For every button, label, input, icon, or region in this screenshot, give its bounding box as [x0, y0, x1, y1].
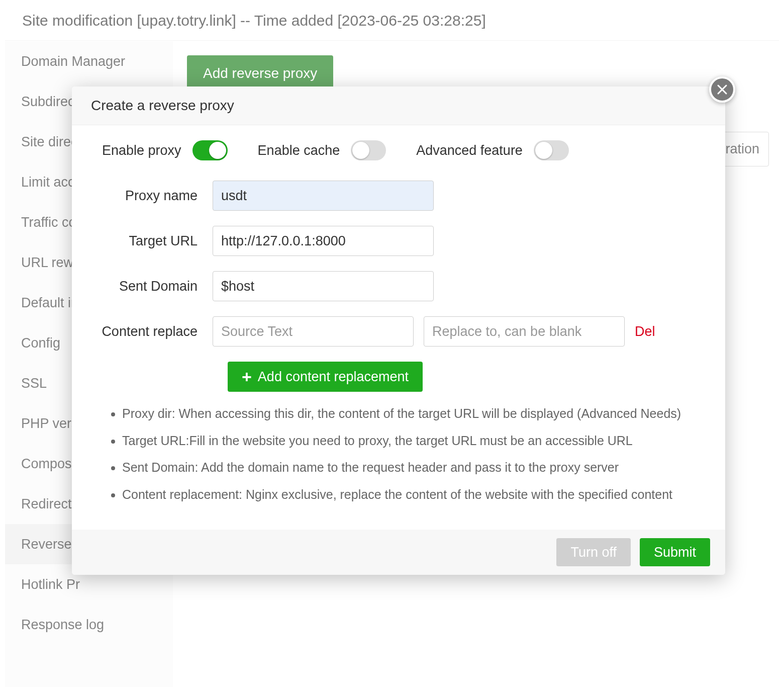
content-replace-target-input[interactable] — [424, 316, 625, 347]
sidebar-item[interactable]: Domain Manager — [5, 41, 173, 81]
page-title: Site modification [upay.totry.link] -- T… — [22, 12, 486, 29]
plus-icon: + — [242, 368, 252, 385]
content-replace-del-link[interactable]: Del — [635, 324, 655, 339]
enable-cache-toggle[interactable] — [351, 140, 386, 160]
enable-proxy-toggle[interactable] — [192, 140, 228, 160]
submit-button[interactable]: Submit — [640, 538, 710, 566]
advanced-feature-label: Advanced feature — [416, 143, 523, 158]
advanced-feature-toggle[interactable] — [534, 140, 569, 160]
enable-cache-label: Enable cache — [258, 143, 340, 158]
modal-footer: Turn off Submit — [72, 530, 725, 575]
help-note: Sent Domain: Add the domain name to the … — [122, 456, 700, 480]
create-reverse-proxy-modal: Create a reverse proxy Enable proxy Enab… — [72, 87, 725, 575]
sent-domain-input[interactable] — [213, 271, 434, 301]
help-note: Proxy dir: When accessing this dir, the … — [122, 402, 700, 426]
help-notes: Proxy dir: When accessing this dir, the … — [92, 392, 705, 525]
add-content-replacement-label: Add content replacement — [258, 369, 409, 385]
sidebar-item[interactable]: Response log — [5, 605, 173, 645]
turn-off-button[interactable]: Turn off — [556, 538, 631, 566]
close-icon[interactable] — [709, 76, 735, 103]
modal-title: Create a reverse proxy — [72, 87, 725, 125]
target-url-input[interactable] — [213, 226, 434, 256]
help-note: Target URL:Fill in the website you need … — [122, 429, 700, 453]
add-content-replacement-button[interactable]: + Add content replacement — [228, 362, 423, 392]
content-replace-label: Content replace — [92, 324, 213, 339]
sent-domain-label: Sent Domain — [92, 279, 213, 294]
toggle-row: Enable proxy Enable cache Advanced featu… — [92, 140, 705, 160]
divider — [5, 40, 779, 41]
target-url-label: Target URL — [92, 233, 213, 249]
proxy-name-label: Proxy name — [92, 188, 213, 204]
proxy-name-input[interactable] — [213, 181, 434, 211]
content-replace-source-input[interactable] — [213, 316, 414, 347]
help-note: Content replacement: Nginx exclusive, re… — [122, 483, 700, 507]
enable-proxy-label: Enable proxy — [102, 143, 181, 158]
modal-body: Enable proxy Enable cache Advanced featu… — [72, 125, 725, 530]
